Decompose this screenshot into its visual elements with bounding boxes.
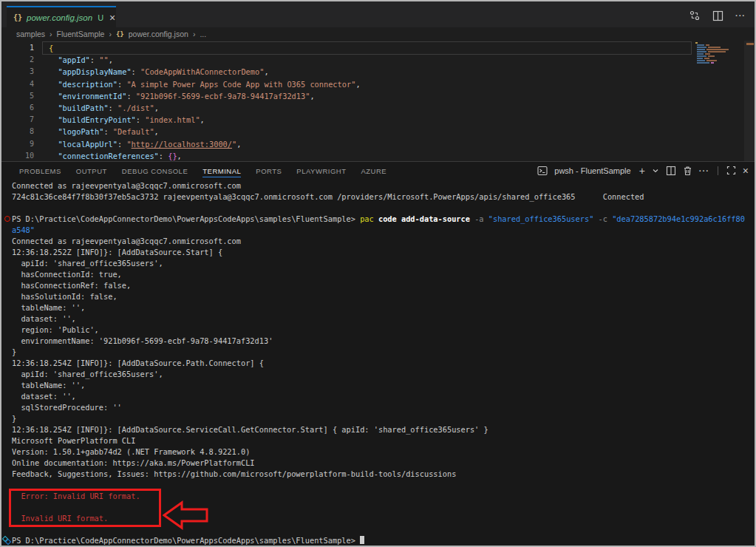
panel-tab-playwright[interactable]: PLAYWRIGHT (296, 164, 346, 177)
terminal-line: Microsoft PowerPlatform CLI (12, 435, 755, 446)
kill-terminal-button[interactable] (683, 166, 692, 176)
line-number: 3 (1, 66, 34, 78)
editor-line[interactable]: 4 "description": "A simple Power Apps Co… (1, 78, 755, 90)
chevron-right-icon: › (50, 30, 52, 38)
line-number: 2 (1, 54, 34, 66)
open-changes-icon[interactable] (689, 10, 701, 21)
terminal-line: 12:36:18.254Z [INFO]}: [AddDataSource.Pa… (12, 358, 755, 369)
panel-tab-azure[interactable]: AZURE (361, 164, 386, 177)
editor-line[interactable]: 5 "environmentId": "921b096f-5699-ecbf-9… (1, 90, 755, 102)
editor-line[interactable]: 8 "logoPath": "Default", (1, 126, 755, 137)
editor-line[interactable]: 6 "buildPath": "./dist", (1, 102, 755, 114)
annotation-arrow (163, 498, 210, 531)
terminal-line: 724c81c36ce84f7f8b30f37eb5ac3732 rajeevp… (12, 191, 755, 203)
bottom-panel: PROBLEMSOUTPUTDEBUG CONSOLETERMINALPORTS… (1, 161, 755, 546)
error-highlight-box (9, 489, 161, 527)
terminal-line: hasConnectionRef: false, (12, 280, 755, 291)
more-actions-icon[interactable]: ··· (735, 11, 746, 20)
terminal-line: Feedback, Suggestions, Issues: https://g… (12, 469, 755, 480)
panel-tab-ports[interactable]: PORTS (256, 164, 282, 177)
terminal-line: Connected as rajeevpentyala@3cqqc7.onmic… (12, 180, 755, 191)
json-file-icon: {} (116, 30, 124, 38)
terminal-line: Online documentation: https://aka.ms/Pow… (12, 458, 755, 469)
terminal-line: PS D:\Practice\CodeAppConnectorDemo\Powe… (12, 535, 755, 546)
modified-lines-ruler-mark (746, 43, 754, 45)
breadcrumb-item[interactable]: ... (200, 30, 206, 38)
editor-tab-bar: {} power.config.json U × ··· (1, 1, 755, 27)
line-number: 4 (1, 78, 34, 90)
terminal-line: apiId: 'shared_office365users', (12, 369, 755, 380)
terminal-line: 12:36:18.254Z [INFO]}: [AddDataSource.Se… (12, 424, 755, 435)
panel-tab-output[interactable]: OUTPUT (76, 164, 107, 177)
terminal-icon (537, 166, 548, 176)
breadcrumb-item[interactable]: power.config.json (129, 30, 188, 38)
breadcrumb: samples › FluentSample › {} power.config… (1, 27, 755, 41)
terminal-line: Connected as rajeevpentyala@3cqqc7.onmic… (12, 236, 755, 247)
editor-line[interactable]: 7 "buildEntryPoint": "index.html", (1, 114, 755, 126)
line-number: 8 (1, 126, 34, 137)
editor-lines: 1{2 "appId": "",3 "appDisplayName": "Cod… (1, 42, 755, 162)
terminal-cursor (360, 536, 364, 544)
tab-power-config-json[interactable]: {} power.config.json U × (7, 6, 116, 27)
minimap[interactable] (695, 42, 741, 73)
shell-integration-icon (3, 537, 10, 544)
terminal-line: hasSolutionId: false, (12, 291, 755, 302)
terminal-line: environmentName: '921b096f-5699-ecbf-9a7… (12, 336, 755, 347)
line-number: 10 (1, 150, 34, 162)
terminal-line: hasConnectionId: true, (12, 269, 755, 280)
panel-tab-problems[interactable]: PROBLEMS (19, 164, 61, 177)
close-tab-icon[interactable]: × (109, 14, 115, 21)
terminal-picker-dropdown[interactable] (652, 167, 659, 174)
breadcrumb-item[interactable]: FluentSample (57, 30, 105, 38)
terminal-line: Version: 1.50.1+gabb74d2 (.NET Framework… (12, 446, 755, 458)
terminal-line: a548" (12, 225, 755, 236)
terminal-line: PS D:\Practice\CodeAppConnectorDemo\Powe… (12, 214, 755, 225)
new-terminal-button[interactable]: + (639, 165, 645, 177)
terminal-line: } (12, 347, 755, 358)
panel-tab-terminal[interactable]: TERMINAL (202, 164, 241, 177)
split-editor-icon[interactable] (712, 10, 723, 21)
terminal-line: apiId: 'shared_office365users', (12, 258, 755, 269)
terminal-line: tableName: '', (12, 302, 755, 313)
editor-line[interactable]: 9 "localAppUrl": "http://localhost:3000/… (1, 138, 755, 150)
editor-line[interactable]: 10 "connectionReferences": {}, (1, 150, 755, 162)
panel-tab-bar: PROBLEMSOUTPUTDEBUG CONSOLETERMINALPORTS… (1, 162, 386, 179)
editor-line[interactable]: 1{ (1, 42, 755, 54)
line-number: 1 (1, 42, 34, 54)
git-status-badge: U (98, 13, 103, 22)
tab-title: power.config.json (27, 13, 92, 22)
terminal-line: 12:36:18.252Z [INFO]}: [AddDataSource.St… (12, 247, 755, 258)
editor-scrollbar[interactable] (744, 41, 755, 161)
terminal-line: } (12, 413, 755, 424)
editor-line[interactable]: 3 "appDisplayName": "CodeAppWithAConnect… (1, 66, 755, 78)
terminal-line (12, 203, 755, 214)
chevron-right-icon: › (109, 30, 112, 38)
line-number: 6 (1, 102, 34, 114)
terminal-line: region: 'Public', (12, 325, 755, 336)
vscode-window: {} power.config.json U × ··· samples › F… (0, 0, 756, 547)
terminal-line: dataset: '', (12, 313, 755, 325)
line-number: 9 (1, 138, 34, 150)
terminal-line: dataset: '', (12, 391, 755, 402)
divider (718, 166, 718, 175)
close-panel-icon[interactable]: × (743, 165, 749, 177)
maximize-panel-button[interactable] (726, 166, 736, 175)
chevron-right-icon: › (193, 30, 196, 38)
editor-line[interactable]: 2 "appId": "", (1, 54, 755, 66)
json-file-icon: {} (13, 13, 22, 21)
panel-tab-debug-console[interactable]: DEBUG CONSOLE (122, 164, 188, 177)
terminal-line: sqlStoredProcedure: '' (12, 402, 755, 413)
line-number: 7 (1, 114, 34, 126)
more-terminal-actions-icon[interactable]: ··· (699, 166, 709, 175)
line-number: 5 (1, 90, 34, 102)
terminal-line: tableName: '', (12, 380, 755, 391)
code-editor[interactable]: 1{2 "appId": "",3 "appDisplayName": "Cod… (1, 41, 755, 163)
terminal-session-label[interactable]: pwsh - FluentSample (554, 166, 630, 175)
split-terminal-button[interactable] (666, 166, 676, 176)
breadcrumb-item[interactable]: samples (16, 30, 45, 38)
